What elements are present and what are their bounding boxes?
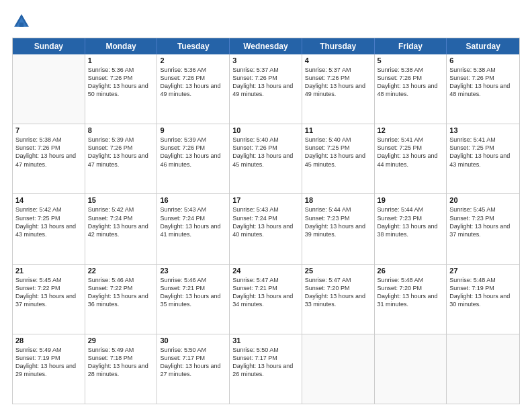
cell-info: Sunrise: 5:40 AMSunset: 7:25 PMDaylight:… (305, 136, 371, 169)
day-number: 5 (378, 56, 444, 64)
weekday-header-saturday: Saturday (447, 38, 519, 54)
cell-info: Sunrise: 5:36 AMSunset: 7:26 PMDaylight:… (88, 66, 154, 99)
weekday-header-sunday: Sunday (13, 38, 85, 54)
cell-info: Sunrise: 5:48 AMSunset: 7:20 PMDaylight:… (378, 276, 444, 309)
cell-info: Sunrise: 5:37 AMSunset: 7:26 PMDaylight:… (232, 66, 299, 99)
day-number: 28 (15, 336, 82, 345)
day-number: 26 (378, 267, 444, 275)
day-cell-17: 17Sunrise: 5:43 AMSunset: 7:24 PMDayligh… (230, 194, 302, 263)
day-number: 21 (15, 267, 82, 275)
cell-info: Sunrise: 5:47 AMSunset: 7:21 PMDaylight:… (232, 276, 299, 309)
calendar-row-2: 14Sunrise: 5:42 AMSunset: 7:25 PMDayligh… (13, 193, 519, 263)
empty-cell (302, 334, 375, 404)
cell-info: Sunrise: 5:36 AMSunset: 7:26 PMDaylight:… (160, 66, 226, 99)
cell-info: Sunrise: 5:46 AMSunset: 7:22 PMDaylight:… (88, 276, 154, 309)
day-cell-10: 10Sunrise: 5:40 AMSunset: 7:26 PMDayligh… (230, 124, 302, 193)
day-cell-13: 13Sunrise: 5:41 AMSunset: 7:25 PMDayligh… (447, 124, 519, 193)
day-cell-4: 4Sunrise: 5:37 AMSunset: 7:26 PMDaylight… (302, 54, 375, 124)
day-cell-18: 18Sunrise: 5:44 AMSunset: 7:23 PMDayligh… (302, 194, 375, 263)
cell-info: Sunrise: 5:39 AMSunset: 7:26 PMDaylight:… (160, 136, 226, 169)
day-number: 2 (160, 56, 226, 64)
day-cell-15: 15Sunrise: 5:42 AMSunset: 7:24 PMDayligh… (85, 194, 158, 263)
day-number: 22 (88, 267, 154, 275)
cell-info: Sunrise: 5:41 AMSunset: 7:25 PMDaylight:… (378, 136, 444, 169)
day-cell-27: 27Sunrise: 5:48 AMSunset: 7:19 PMDayligh… (447, 265, 519, 334)
day-number: 20 (449, 196, 517, 204)
day-number: 13 (449, 126, 517, 134)
calendar-row-3: 21Sunrise: 5:45 AMSunset: 7:22 PMDayligh… (13, 264, 519, 334)
cell-info: Sunrise: 5:44 AMSunset: 7:23 PMDaylight:… (378, 205, 444, 238)
day-number: 18 (305, 196, 371, 204)
day-cell-25: 25Sunrise: 5:47 AMSunset: 7:20 PMDayligh… (302, 265, 375, 334)
day-cell-14: 14Sunrise: 5:42 AMSunset: 7:25 PMDayligh… (13, 194, 85, 263)
day-number: 15 (88, 196, 154, 204)
cell-info: Sunrise: 5:41 AMSunset: 7:25 PMDaylight:… (449, 136, 517, 169)
header (12, 12, 520, 31)
day-number: 1 (88, 56, 154, 64)
day-cell-9: 9Sunrise: 5:39 AMSunset: 7:26 PMDaylight… (157, 124, 230, 193)
cell-info: Sunrise: 5:42 AMSunset: 7:24 PMDaylight:… (88, 205, 154, 238)
day-cell-7: 7Sunrise: 5:38 AMSunset: 7:26 PMDaylight… (13, 124, 85, 193)
day-cell-3: 3Sunrise: 5:37 AMSunset: 7:26 PMDaylight… (230, 54, 302, 124)
day-cell-2: 2Sunrise: 5:36 AMSunset: 7:26 PMDaylight… (157, 54, 230, 124)
day-number: 9 (160, 126, 226, 134)
calendar: SundayMondayTuesdayWednesdayThursdayFrid… (12, 38, 520, 404)
cell-info: Sunrise: 5:50 AMSunset: 7:17 PMDaylight:… (232, 346, 299, 379)
day-number: 23 (160, 267, 226, 275)
weekday-header-friday: Friday (375, 38, 447, 54)
weekday-header-tuesday: Tuesday (157, 38, 230, 54)
day-number: 7 (15, 126, 82, 134)
day-number: 30 (160, 336, 226, 345)
day-cell-6: 6Sunrise: 5:38 AMSunset: 7:26 PMDaylight… (447, 54, 519, 124)
day-cell-21: 21Sunrise: 5:45 AMSunset: 7:22 PMDayligh… (13, 265, 85, 334)
calendar-header: SundayMondayTuesdayWednesdayThursdayFrid… (13, 38, 519, 54)
day-cell-23: 23Sunrise: 5:46 AMSunset: 7:21 PMDayligh… (157, 265, 230, 334)
cell-info: Sunrise: 5:38 AMSunset: 7:26 PMDaylight:… (378, 66, 444, 99)
svg-rect-2 (19, 23, 24, 27)
logo (12, 12, 34, 31)
day-cell-26: 26Sunrise: 5:48 AMSunset: 7:20 PMDayligh… (375, 265, 447, 334)
day-number: 19 (378, 196, 444, 204)
day-cell-5: 5Sunrise: 5:38 AMSunset: 7:26 PMDaylight… (375, 54, 447, 124)
weekday-header-thursday: Thursday (302, 38, 375, 54)
day-number: 16 (160, 196, 226, 204)
day-cell-22: 22Sunrise: 5:46 AMSunset: 7:22 PMDayligh… (85, 265, 158, 334)
cell-info: Sunrise: 5:49 AMSunset: 7:19 PMDaylight:… (15, 346, 82, 379)
cell-info: Sunrise: 5:40 AMSunset: 7:26 PMDaylight:… (232, 136, 299, 169)
day-number: 3 (232, 56, 299, 64)
calendar-body: 1Sunrise: 5:36 AMSunset: 7:26 PMDaylight… (13, 54, 519, 404)
cell-info: Sunrise: 5:42 AMSunset: 7:25 PMDaylight:… (15, 205, 82, 238)
cell-info: Sunrise: 5:43 AMSunset: 7:24 PMDaylight:… (232, 205, 299, 238)
empty-cell (13, 54, 85, 124)
empty-cell (375, 334, 447, 404)
day-cell-8: 8Sunrise: 5:39 AMSunset: 7:26 PMDaylight… (85, 124, 158, 193)
day-number: 29 (88, 336, 154, 345)
cell-info: Sunrise: 5:46 AMSunset: 7:21 PMDaylight:… (160, 276, 226, 309)
day-cell-30: 30Sunrise: 5:50 AMSunset: 7:17 PMDayligh… (157, 334, 230, 404)
cell-info: Sunrise: 5:49 AMSunset: 7:18 PMDaylight:… (88, 346, 154, 379)
day-cell-24: 24Sunrise: 5:47 AMSunset: 7:21 PMDayligh… (230, 265, 302, 334)
day-number: 14 (15, 196, 82, 204)
day-number: 17 (232, 196, 299, 204)
day-number: 24 (232, 267, 299, 275)
cell-info: Sunrise: 5:50 AMSunset: 7:17 PMDaylight:… (160, 346, 226, 379)
page: SundayMondayTuesdayWednesdayThursdayFrid… (0, 0, 532, 411)
day-cell-28: 28Sunrise: 5:49 AMSunset: 7:19 PMDayligh… (13, 334, 85, 404)
day-number: 25 (305, 267, 371, 275)
cell-info: Sunrise: 5:38 AMSunset: 7:26 PMDaylight:… (449, 66, 517, 99)
day-cell-11: 11Sunrise: 5:40 AMSunset: 7:25 PMDayligh… (302, 124, 375, 193)
cell-info: Sunrise: 5:45 AMSunset: 7:23 PMDaylight:… (449, 205, 517, 238)
day-number: 27 (449, 267, 517, 275)
day-cell-16: 16Sunrise: 5:43 AMSunset: 7:24 PMDayligh… (157, 194, 230, 263)
calendar-row-1: 7Sunrise: 5:38 AMSunset: 7:26 PMDaylight… (13, 124, 519, 193)
day-number: 10 (232, 126, 299, 134)
day-cell-12: 12Sunrise: 5:41 AMSunset: 7:25 PMDayligh… (375, 124, 447, 193)
weekday-header-wednesday: Wednesday (230, 38, 302, 54)
day-cell-1: 1Sunrise: 5:36 AMSunset: 7:26 PMDaylight… (85, 54, 158, 124)
cell-info: Sunrise: 5:44 AMSunset: 7:23 PMDaylight:… (305, 205, 371, 238)
day-number: 12 (378, 126, 444, 134)
logo-icon (12, 12, 31, 31)
weekday-header-monday: Monday (85, 38, 158, 54)
day-number: 31 (232, 336, 299, 345)
day-number: 11 (305, 126, 371, 134)
